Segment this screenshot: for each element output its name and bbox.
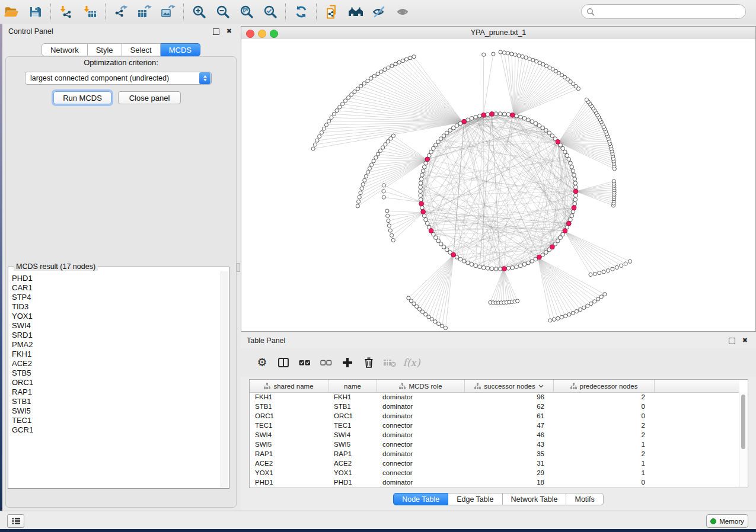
column-header-name[interactable]: name — [328, 380, 377, 392]
search-field[interactable] — [581, 4, 746, 19]
sort-descending-icon — [538, 384, 544, 388]
table-cell: 0 — [554, 412, 655, 419]
table-cell: 29 — [465, 469, 554, 476]
attribute-tree-icon — [474, 383, 481, 389]
column-header-successor-nodes[interactable]: successor nodes — [465, 380, 554, 392]
export-table-button[interactable] — [133, 2, 157, 22]
add-row-button[interactable] — [337, 354, 358, 371]
table-row[interactable]: YOX1YOX1connector291 — [250, 468, 739, 477]
table-row[interactable]: SWI5SWI5connector431 — [250, 440, 739, 449]
search-input[interactable] — [595, 6, 745, 18]
mcds-result-item[interactable]: STB5 — [12, 368, 221, 378]
column-header-filler — [655, 380, 739, 392]
save-icon — [29, 5, 42, 18]
table-cell: 0 — [554, 479, 655, 486]
mcds-result-item[interactable]: GCR1 — [12, 425, 221, 435]
dropdown-stepper-icon — [199, 72, 210, 84]
open-folder-button[interactable] — [0, 2, 24, 22]
first-neighbors-button[interactable] — [344, 2, 368, 22]
import-table-button[interactable] — [78, 2, 102, 22]
table-settings-button[interactable]: ⚙ — [251, 354, 273, 371]
mcds-result-item[interactable]: PMA2 — [12, 340, 221, 350]
table-row[interactable]: PHD1PHD1dominator180 — [250, 477, 739, 487]
criterion-dropdown-value: largest connected component (undirected) — [25, 74, 199, 82]
delete-row-button[interactable] — [358, 354, 379, 371]
memory-button[interactable]: Memory — [706, 514, 748, 528]
mcds-result-item[interactable]: YOX1 — [12, 312, 221, 321]
mcds-result-item[interactable]: FKH1 — [12, 350, 221, 359]
mcds-result-item[interactable]: TEC1 — [12, 416, 221, 425]
zoom-selected-button[interactable] — [259, 2, 282, 22]
mcds-result-item[interactable]: STB1 — [12, 397, 221, 406]
task-history-button[interactable] — [7, 514, 24, 528]
close-panel-icon[interactable]: ✖ — [227, 27, 232, 35]
table-row[interactable]: RAP1RAP1dominator352 — [250, 449, 739, 459]
node-table-scrollbar[interactable] — [739, 392, 748, 487]
float-table-panel-icon[interactable] — [729, 338, 735, 344]
close-panel-button[interactable]: Close panel — [118, 91, 181, 104]
column-header-mcds-role[interactable]: MCDS role — [377, 380, 465, 392]
save-session-button[interactable] — [24, 2, 47, 22]
mcds-result-item[interactable]: STP4 — [12, 293, 221, 302]
table-cell: 31 — [465, 460, 554, 467]
criterion-dropdown[interactable]: largest connected component (undirected) — [25, 72, 212, 85]
tab-style[interactable]: Style — [88, 43, 122, 56]
zoom-out-button[interactable] — [211, 2, 235, 22]
show-all-button[interactable] — [391, 2, 415, 22]
table-cell: dominator — [377, 431, 465, 438]
toolbar-separator — [50, 4, 52, 20]
tab-motifs[interactable]: Motifs — [566, 493, 603, 505]
zoom-in-button[interactable] — [187, 2, 211, 22]
mcds-result-item[interactable]: SWI5 — [12, 406, 221, 416]
import-network-button[interactable] — [55, 2, 78, 22]
tab-select[interactable]: Select — [122, 43, 161, 56]
table-row[interactable]: SWI4SWI4dominator462 — [250, 430, 739, 440]
tab-network[interactable]: Network — [42, 43, 88, 56]
mcds-list-scrollbar[interactable] — [221, 271, 228, 488]
panel-divider-handle[interactable] — [237, 263, 240, 272]
zoom-out-icon — [216, 5, 230, 19]
table-row[interactable]: ORC1ORC1dominator610 — [250, 411, 739, 421]
network-canvas[interactable] — [241, 39, 755, 331]
mcds-result-item[interactable]: ACE2 — [12, 359, 221, 368]
network-graph[interactable] — [241, 39, 755, 331]
export-network-button[interactable] — [109, 2, 133, 22]
scrollbar-thumb[interactable] — [741, 395, 745, 449]
tab-mcds[interactable]: MCDS — [161, 43, 200, 56]
table-cell: dominator — [377, 479, 465, 486]
column-header-predecessor-nodes[interactable]: predecessor nodes — [554, 380, 655, 392]
zoom-fit-button[interactable] — [235, 2, 259, 22]
mcds-result-item[interactable]: CAR1 — [12, 283, 221, 293]
mcds-result-item[interactable]: ORC1 — [12, 378, 221, 387]
mcds-result-item[interactable]: SWI4 — [12, 321, 221, 331]
table-row[interactable]: ACE2ACE2connector311 — [250, 459, 739, 468]
mcds-result-item[interactable]: TID3 — [12, 302, 221, 312]
export-image-button[interactable] — [157, 2, 180, 22]
run-mcds-button[interactable]: Run MCDS — [53, 91, 111, 104]
tab-edge-table[interactable]: Edge Table — [448, 493, 502, 505]
mcds-result-item[interactable]: RAP1 — [12, 387, 221, 397]
show-columns-button[interactable] — [273, 354, 294, 371]
function-builder-button[interactable]: f(x) — [401, 354, 422, 371]
float-panel-icon[interactable] — [213, 28, 219, 35]
table-row[interactable]: STB1STB1dominator620 — [250, 402, 739, 411]
tab-network-table[interactable]: Network Table — [503, 493, 567, 505]
mcds-result-list: PHD1CAR1STP4TID3YOX1SWI4SRD1PMA2FKH1ACE2… — [9, 271, 221, 488]
new-network-from-selection-button[interactable] — [320, 2, 344, 22]
table-cell: 0 — [554, 403, 655, 410]
table-row[interactable]: FKH1FKH1dominator962 — [250, 392, 739, 402]
network-window-titlebar[interactable]: YPA_prune.txt_1 — [241, 27, 755, 40]
mcds-result-item[interactable]: SRD1 — [12, 331, 221, 340]
refresh-layout-button[interactable] — [289, 2, 313, 22]
column-header-shared-name[interactable]: shared name — [250, 380, 328, 392]
close-table-panel-icon[interactable]: ✖ — [742, 336, 748, 344]
tab-node-table[interactable]: Node Table — [393, 493, 448, 505]
table-cell: dominator — [377, 412, 465, 419]
mcds-result-item[interactable]: PHD1 — [12, 274, 221, 283]
delete-table-button[interactable] — [379, 354, 401, 371]
select-all-button[interactable] — [294, 354, 315, 371]
hide-selected-button[interactable] — [368, 2, 391, 22]
table-row[interactable]: TEC1TEC1connector472 — [250, 421, 739, 430]
table-cell: dominator — [377, 403, 465, 410]
unselect-all-button[interactable] — [315, 354, 337, 371]
